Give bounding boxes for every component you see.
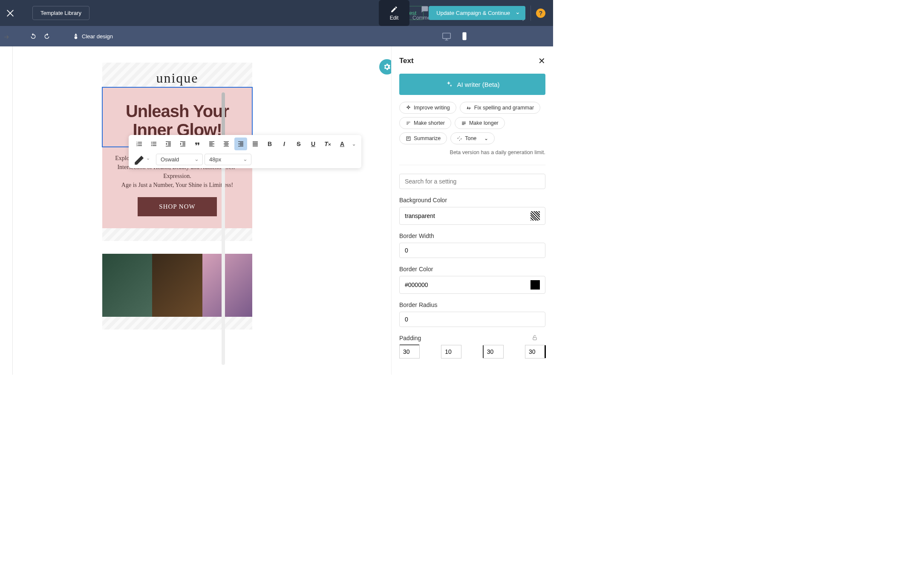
shop-now-button[interactable]: SHOP NOW [138, 197, 216, 216]
image-gallery[interactable] [102, 254, 252, 317]
border-color-label: Border Color [399, 266, 545, 272]
pill-improve-writing[interactable]: Improve writing [399, 102, 456, 114]
align-justify-icon[interactable] [249, 138, 262, 150]
mobile-view-icon[interactable] [460, 32, 469, 41]
border-width-label: Border Width [399, 232, 545, 239]
unordered-list-icon[interactable] [147, 138, 160, 150]
pill-make-longer[interactable]: Make longer [455, 117, 505, 129]
padding-right-input[interactable]: 10 [441, 345, 461, 359]
gallery-image-1[interactable] [102, 254, 152, 317]
pill-fix-spelling[interactable]: Fix spelling and grammar [460, 102, 540, 114]
search-setting-input[interactable] [399, 174, 545, 189]
redo-icon[interactable] [43, 33, 51, 40]
text-toolbar: B I S U T× A ⌄ Oswald 48px [129, 135, 361, 168]
align-right-icon[interactable] [234, 138, 247, 150]
pill-summarize[interactable]: Summarize [399, 132, 447, 144]
properties-sidebar: Text ✕ AI writer (Beta) Improve writing … [391, 46, 553, 375]
svg-rect-1 [462, 32, 466, 40]
clear-design-button[interactable]: Clear design [72, 33, 113, 40]
sidebar-title: Text [399, 57, 414, 65]
border-width-input[interactable]: 0 [399, 243, 545, 258]
border-radius-label: Border Radius [399, 301, 545, 308]
padding-top-input[interactable]: 30 [399, 345, 420, 359]
transparent-swatch-icon[interactable] [530, 211, 540, 221]
font-family-select[interactable]: Oswald [156, 154, 203, 165]
padding-left-input[interactable]: 30 [525, 345, 545, 359]
gallery-image-3[interactable] [202, 254, 252, 317]
italic-icon[interactable]: I [278, 138, 291, 150]
lock-icon[interactable] [532, 334, 538, 342]
tab-edit[interactable]: Edit [379, 0, 409, 26]
email-canvas[interactable]: unique Unleash Your Inner Glow! Explore … [102, 63, 252, 330]
quote-icon[interactable] [191, 138, 204, 150]
underline-icon[interactable]: U [307, 138, 320, 150]
close-sidebar-icon[interactable]: ✕ [538, 56, 545, 66]
align-left-icon[interactable] [205, 138, 218, 150]
scrollbar[interactable] [222, 92, 225, 365]
clear-format-icon[interactable]: T× [321, 138, 334, 150]
border-color-input[interactable]: #000000 [399, 276, 545, 294]
tab-edit-label: Edit [390, 15, 399, 21]
border-radius-input[interactable]: 0 [399, 312, 545, 327]
ordered-list-icon[interactable] [133, 138, 146, 150]
gallery-image-2[interactable] [152, 254, 202, 317]
text-color-icon[interactable]: A [336, 138, 349, 150]
desktop-view-icon[interactable] [442, 32, 451, 41]
brand-logo[interactable]: unique [102, 63, 252, 87]
settings-gear-icon[interactable] [379, 59, 391, 75]
template-library-button[interactable]: Template Library [32, 6, 89, 20]
beta-note: Beta version has a daily generation limi… [399, 149, 545, 155]
close-button[interactable] [0, 0, 20, 26]
ai-writer-button[interactable]: AI writer (Beta) [399, 74, 545, 95]
text-color-dropdown-icon[interactable]: ⌄ [350, 138, 357, 150]
font-size-select[interactable]: 48px [205, 154, 251, 165]
update-campaign-button[interactable]: Update Campaign & Continue [429, 6, 525, 20]
indent-icon[interactable] [176, 138, 189, 150]
pill-make-shorter[interactable]: Make shorter [399, 117, 451, 129]
strikethrough-icon[interactable]: S [292, 138, 305, 150]
highlight-color-icon[interactable] [133, 153, 147, 166]
ai-writer-label: AI writer (Beta) [457, 81, 499, 88]
clear-design-label: Clear design [82, 33, 113, 40]
expand-sidebar-icon[interactable] [2, 32, 11, 42]
help-icon[interactable]: ? [536, 9, 545, 18]
undo-icon[interactable] [29, 33, 37, 40]
bg-color-input[interactable]: transparent [399, 207, 545, 225]
align-center-icon[interactable] [220, 138, 233, 150]
pill-tone[interactable]: Tone [450, 132, 495, 144]
svg-rect-0 [443, 33, 450, 39]
left-rail [0, 46, 13, 375]
padding-bottom-input[interactable]: 30 [483, 345, 504, 359]
bold-icon[interactable]: B [263, 138, 276, 150]
svg-rect-3 [533, 337, 536, 340]
padding-label: Padding [399, 335, 421, 341]
bg-color-label: Background Color [399, 197, 545, 204]
black-swatch-icon[interactable] [530, 280, 540, 290]
outdent-icon[interactable] [162, 138, 175, 150]
